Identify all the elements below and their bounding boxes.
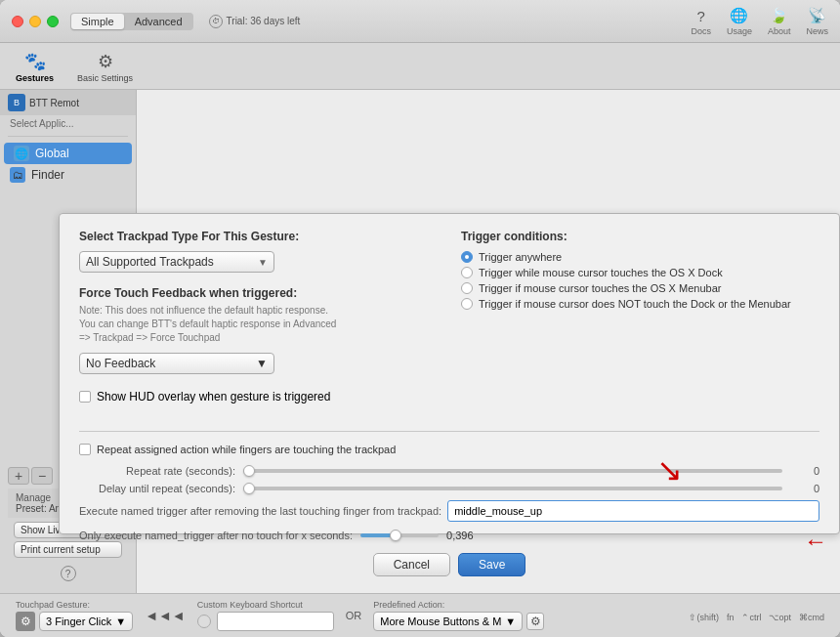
trigger-label-1: Trigger while mouse cursor touches the O… bbox=[479, 267, 723, 278]
usage-label: Usage bbox=[727, 26, 752, 36]
trigger-option-0[interactable]: Trigger anywhere bbox=[461, 251, 819, 263]
gesture-dropdown[interactable]: 3 Finger Click ▼ bbox=[39, 612, 133, 631]
trial-badge: ⏱ Trial: 36 days left bbox=[209, 15, 301, 28]
delay-repeat-row: Delay until repeat (seconds): 0 bbox=[79, 483, 819, 494]
touchpad-gesture-icon: ⚙ bbox=[16, 612, 35, 631]
trackpad-section-title: Select Trackpad Type For This Gesture: bbox=[79, 230, 438, 243]
touchpad-gesture-label: Touchpad Gesture: bbox=[16, 600, 90, 610]
news-icon: 📡 bbox=[808, 6, 827, 25]
tab-advanced[interactable]: Advanced bbox=[125, 14, 192, 29]
named-trigger-input[interactable] bbox=[447, 500, 819, 522]
play-prev-button[interactable]: ◄◄◄ bbox=[145, 608, 186, 623]
docs-button[interactable]: ? Docs bbox=[691, 6, 711, 36]
keyboard-shortcut-input-row bbox=[197, 612, 334, 631]
predefined-dropdown-value: More Mouse Buttons & M bbox=[380, 616, 501, 627]
predefined-action-row: More Mouse Buttons & M ▼ ⚙ bbox=[373, 612, 544, 631]
trigger-conditions-group: Trigger anywhere Trigger while mouse cur… bbox=[461, 251, 819, 310]
named-trigger-row: Execute named trigger after removing the… bbox=[79, 500, 819, 522]
ctrl-key: ⌃ctrl bbox=[741, 613, 761, 622]
keyboard-shortcut-field[interactable] bbox=[217, 612, 334, 631]
trigger-option-3[interactable]: Trigger if mouse cursor does NOT touch t… bbox=[461, 298, 819, 310]
trackpad-dropdown-value: All Supported Trackpads bbox=[86, 255, 214, 269]
fn-key: fn bbox=[727, 613, 735, 622]
btt-remote-section: B BTT Remot bbox=[0, 90, 136, 115]
delay-repeat-value: 0 bbox=[790, 483, 819, 494]
remove-app-button[interactable]: − bbox=[31, 467, 53, 485]
finder-label: Finder bbox=[31, 168, 64, 182]
add-app-button[interactable]: + bbox=[8, 467, 29, 485]
delay-repeat-slider[interactable] bbox=[243, 487, 782, 490]
trigger-label-3: Trigger if mouse cursor does NOT touch t… bbox=[479, 298, 791, 310]
help-button[interactable]: ? bbox=[61, 566, 76, 581]
paw-icon: 🐾 bbox=[23, 50, 47, 73]
sidebar-item-global[interactable]: 🌐 Global bbox=[4, 143, 132, 164]
trigger-radio-1 bbox=[461, 267, 473, 278]
two-column-layout: Select Trackpad Type For This Gesture: A… bbox=[79, 230, 819, 419]
repeat-action-label: Repeat assigned action while fingers are… bbox=[97, 444, 396, 455]
repeat-rate-label: Repeat rate (seconds): bbox=[79, 465, 235, 477]
touchpad-gesture-control: ⚙ 3 Finger Click ▼ bbox=[16, 612, 133, 631]
hud-overlay-checkbox[interactable] bbox=[79, 391, 91, 403]
trigger-option-2[interactable]: Trigger if mouse cursor touches the OS X… bbox=[461, 282, 819, 294]
opt-key: ⌥opt bbox=[769, 613, 791, 622]
select-applicable-label: Select Applic... bbox=[0, 115, 136, 132]
main-area: B BTT Remot Select Applic... 🌐 Global 🗂 … bbox=[0, 90, 840, 593]
feedback-select-row: No Feedback ▼ bbox=[79, 353, 438, 374]
gesture-tab-basic-settings[interactable]: ⚙ Basic Settings bbox=[77, 50, 133, 83]
modifier-keys: ⇧(shift) fn ⌃ctrl ⌥opt ⌘cmd bbox=[689, 613, 824, 622]
about-label: About bbox=[768, 26, 791, 36]
repeat-action-row: Repeat assigned action while fingers are… bbox=[79, 444, 819, 455]
cmd-key: ⌘cmd bbox=[799, 613, 824, 622]
x-seconds-slider[interactable] bbox=[360, 533, 439, 537]
trigger-conditions-title: Trigger conditions: bbox=[461, 230, 819, 243]
usage-button[interactable]: 🌐 Usage bbox=[727, 6, 752, 36]
trackpad-select-row: All Supported Trackpads ▼ bbox=[79, 251, 438, 273]
minimize-button[interactable] bbox=[29, 16, 41, 27]
x-seconds-value: 0,396 bbox=[446, 530, 474, 541]
cancel-button[interactable]: Cancel bbox=[373, 553, 450, 576]
repeat-action-checkbox[interactable] bbox=[79, 444, 91, 455]
docs-label: Docs bbox=[691, 26, 711, 36]
trial-icon: ⏱ bbox=[209, 15, 223, 28]
trackpad-dropdown[interactable]: All Supported Trackpads ▼ bbox=[79, 251, 274, 273]
or-label: OR bbox=[346, 610, 362, 621]
repeat-rate-slider[interactable] bbox=[243, 469, 782, 473]
tab-simple[interactable]: Simple bbox=[71, 14, 124, 29]
maximize-button[interactable] bbox=[47, 16, 59, 27]
force-touch-note: Note: This does not influence the defaul… bbox=[79, 304, 438, 345]
traffic-lights bbox=[12, 16, 59, 27]
feedback-dropdown[interactable]: No Feedback ▼ bbox=[79, 353, 274, 374]
titlebar: Simple Advanced ⏱ Trial: 36 days left ? … bbox=[0, 0, 840, 43]
close-button[interactable] bbox=[12, 16, 23, 27]
predefined-action-label: Predefined Action: bbox=[373, 600, 544, 610]
sidebar-divider-1 bbox=[8, 136, 128, 137]
news-button[interactable]: 📡 News bbox=[806, 6, 828, 36]
ks-toggle[interactable] bbox=[197, 615, 211, 628]
x-seconds-label: Only execute named_trigger after no touc… bbox=[79, 530, 353, 541]
sidebar-section-apps: 🌐 Global 🗂 Finder bbox=[0, 141, 136, 188]
sidebar-item-finder[interactable]: 🗂 Finder bbox=[0, 164, 136, 186]
predefined-settings-button[interactable]: ⚙ bbox=[526, 613, 544, 630]
trigger-label-0: Trigger anywhere bbox=[479, 251, 562, 263]
news-label: News bbox=[806, 26, 828, 36]
predefined-dropdown[interactable]: More Mouse Buttons & M ▼ bbox=[373, 612, 523, 631]
feedback-dropdown-value: No Feedback bbox=[86, 357, 155, 370]
question-icon: ? bbox=[692, 6, 711, 25]
repeat-rate-row: Repeat rate (seconds): 0 bbox=[79, 465, 819, 477]
global-label: Global bbox=[35, 147, 69, 160]
trigger-option-1[interactable]: Trigger while mouse cursor touches the O… bbox=[461, 267, 819, 278]
toolbar-icons: ? Docs 🌐 Usage 🍃 About 📡 News bbox=[691, 6, 828, 36]
delay-repeat-label: Delay until repeat (seconds): bbox=[79, 483, 235, 494]
gesture-dropdown-value: 3 Finger Click bbox=[46, 616, 111, 627]
shift-key: ⇧(shift) bbox=[689, 613, 719, 622]
touchpad-gesture-wrap: Touchpad Gesture: ⚙ 3 Finger Click ▼ bbox=[16, 600, 133, 631]
btt-remote-label: BTT Remot bbox=[29, 98, 79, 108]
about-button[interactable]: 🍃 About bbox=[768, 6, 791, 36]
x-seconds-thumb bbox=[390, 530, 401, 541]
gesture-tab-gestures[interactable]: 🐾 Gestures bbox=[16, 50, 54, 83]
global-icon: 🌐 bbox=[14, 146, 29, 161]
trigger-radio-0 bbox=[461, 251, 473, 263]
save-button[interactable]: Save bbox=[458, 553, 525, 576]
buttons-row: Cancel Save bbox=[79, 553, 819, 576]
keyboard-shortcut-wrap: Custom Keyboard Shortcut bbox=[197, 600, 334, 631]
